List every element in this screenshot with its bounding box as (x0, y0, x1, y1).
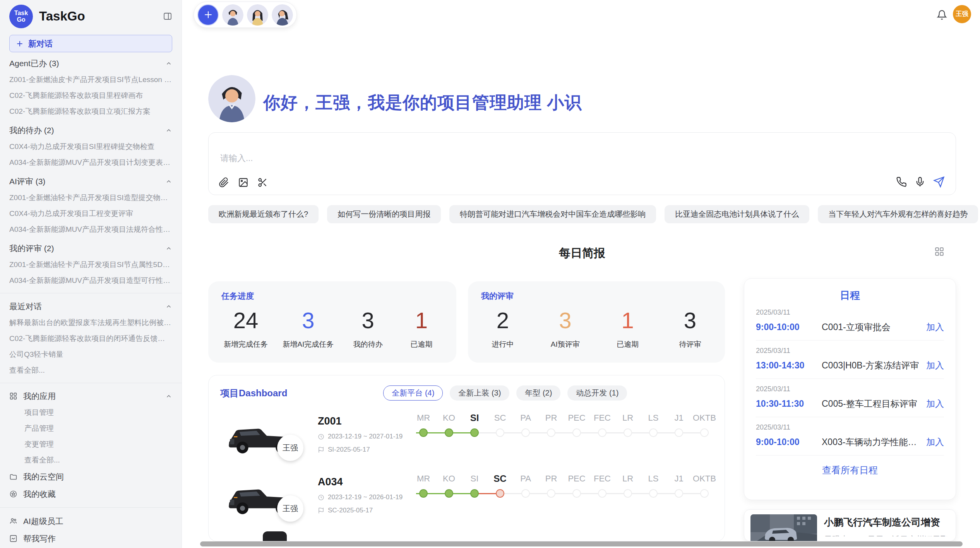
sidebar-task-item[interactable]: Z001-全新燃油轻卡产品开发项目SI节点属性5D文件评审 (9, 257, 172, 272)
project-owner-badge: 王强 (277, 435, 303, 461)
new-chat-button[interactable]: 新对话 (9, 35, 172, 52)
scissors-icon[interactable] (257, 177, 268, 188)
chat-input[interactable] (219, 153, 685, 164)
sidebar-task-item[interactable]: A034-全新新能源MUV产品开发项目造型可行性评审 (9, 272, 172, 288)
microphone-icon[interactable] (915, 176, 925, 187)
milestone-node[interactable] (470, 428, 479, 437)
milestone-node[interactable] (700, 489, 709, 498)
tab-powertrain[interactable]: 动总开发 (1) (567, 385, 627, 401)
collapse-sidebar-icon[interactable] (163, 12, 172, 21)
milestone-node[interactable] (521, 428, 530, 437)
sidebar-task-item[interactable]: A034-全新新能源MUV产品开发项目计划变更表编写 (9, 154, 172, 170)
news-card[interactable]: 小鹏飞行汽车制造公司增资 天眼查 App 显示，近日广州汇天飞行汽... (744, 509, 956, 541)
app-item-product-mgmt[interactable]: 产品管理 (9, 420, 172, 436)
section-recent-chats[interactable]: 最近对话 (9, 298, 172, 315)
avatar[interactable] (222, 4, 243, 26)
sidebar-item-help-me-write[interactable]: 帮我写作 (9, 530, 172, 547)
sidebar-task-item[interactable]: A034-全新新能源MUV产品开发项目法规符合性评审 (9, 221, 172, 237)
milestone-node[interactable] (598, 428, 607, 437)
project-row[interactable]: 王强 A034 2023-12-19 ~ 2026-01-19 SC-2025-… (222, 471, 718, 522)
sidebar-task-item[interactable]: Z001-全新燃油轻卡产品开发项目SI造型提交物评审 (9, 190, 172, 206)
add-contact-button[interactable] (197, 4, 219, 26)
milestone-node[interactable] (521, 489, 530, 498)
sidebar-task-item[interactable]: C0X4-动力总成开发项目工程变更评审 (9, 206, 172, 221)
milestone-node[interactable] (445, 428, 453, 437)
sidebar-item-favorites[interactable]: 我的收藏 (9, 485, 172, 503)
project-row[interactable]: 王强 Z001 2023-12-19 ~ 2027-01-19 SI-2025-… (222, 410, 718, 461)
send-icon[interactable] (933, 176, 945, 188)
recent-chat-item[interactable]: C02-飞腾新能源轻客改款项目的闭环通告反馈情况 (9, 331, 172, 346)
join-meeting-link[interactable]: 加入 (926, 436, 944, 448)
horizontal-scrollbar[interactable] (200, 541, 963, 546)
join-meeting-link[interactable]: 加入 (926, 398, 944, 410)
project-row[interactable] (222, 531, 718, 541)
image-icon[interactable] (238, 177, 248, 188)
milestone-node[interactable] (470, 489, 479, 498)
sidebar-item-cloud-space[interactable]: 我的云空间 (9, 468, 172, 485)
section-ai-review[interactable]: AI评审 (3) (9, 173, 172, 190)
milestone-node[interactable] (547, 489, 555, 498)
milestone-node[interactable] (700, 428, 709, 437)
milestone-node[interactable] (624, 489, 632, 498)
app-item-project-mgmt[interactable]: 项目管理 (9, 404, 172, 420)
suggestion-chip[interactable]: 欧洲新规最近颁布了什么? (208, 205, 319, 223)
view-all-chats-link[interactable]: 查看全部... (9, 362, 172, 378)
suggestion-chip[interactable]: 特朗普可能对进口汽车增税会对中国车企造成哪些影响 (449, 205, 656, 223)
schedule-item[interactable]: 2025/03/11 9:00-10:00 C001-立项审批会 加入 (756, 302, 944, 341)
chevron-up-icon[interactable] (165, 127, 172, 134)
chevron-up-icon[interactable] (165, 245, 172, 252)
chevron-up-icon[interactable] (165, 60, 172, 67)
avatar[interactable] (272, 4, 293, 26)
phone-call-icon[interactable] (896, 176, 907, 187)
milestone-node[interactable] (649, 428, 658, 437)
schedule-item[interactable]: 2025/03/11 9:00-10:00 X003-车辆动力学性能验... 加… (756, 417, 944, 456)
milestone-node[interactable] (496, 428, 504, 437)
milestone-node[interactable] (572, 489, 581, 498)
suggestion-chip[interactable]: 如何写一份清晰的项目周报 (327, 205, 441, 223)
sidebar-task-item[interactable]: C02-飞腾新能源轻客改款项目里程碑画布 (9, 87, 172, 103)
milestone-node[interactable] (675, 489, 683, 498)
milestone-node[interactable] (419, 428, 428, 437)
schedule-item[interactable]: 2025/03/11 13:00-14:30 C003|H0B-方案冻结评审 加… (756, 341, 944, 379)
milestone-node[interactable] (445, 489, 453, 498)
recent-chat-item[interactable]: 公司Q3轻卡销量 (9, 346, 172, 362)
section-my-apps[interactable]: 我的应用 (9, 388, 172, 404)
avatar[interactable] (247, 4, 268, 26)
tab-year-model[interactable]: 年型 (2) (516, 385, 560, 401)
view-all-apps-link[interactable]: 查看全部... (9, 452, 172, 468)
app-root: Task Go TaskGo 新对话 Agent已办 (3) Z001-全新燃油… (0, 0, 980, 548)
sidebar-item-ai-super-staff[interactable]: AI超级员工 (9, 512, 172, 530)
milestone-node[interactable] (419, 489, 428, 498)
milestone-node[interactable] (624, 428, 632, 437)
milestone-node[interactable] (496, 489, 504, 498)
join-meeting-link[interactable]: 加入 (926, 321, 944, 333)
view-all-schedule-link[interactable]: 查看所有日程 (756, 464, 944, 476)
tab-new-platform[interactable]: 全新平台 (4) (383, 385, 443, 401)
suggestion-chip[interactable]: 当下年轻人对汽车外观有怎样的喜好趋势 (818, 205, 978, 223)
schedule-time: 13:00-14:30 (756, 360, 822, 371)
schedule-item[interactable]: 2025/03/11 10:30-11:30 C005-整车工程目标评审 加入 (756, 379, 944, 417)
app-item-change-mgmt[interactable]: 变更管理 (9, 436, 172, 452)
milestone-node[interactable] (598, 489, 607, 498)
sidebar-task-item[interactable]: C0X4-动力总成开发项目SI里程碑提交物检查 (9, 139, 172, 154)
sidebar-task-item[interactable]: C02-飞腾新能源轻客改款项目立项汇报方案 (9, 103, 172, 119)
section-my-review[interactable]: 我的评审 (2) (9, 240, 172, 257)
milestone-node[interactable] (547, 428, 555, 437)
attachment-icon[interactable] (219, 177, 229, 188)
suggestion-chip[interactable]: 比亚迪全固态电池计划具体说了什么 (665, 205, 809, 223)
join-meeting-link[interactable]: 加入 (926, 360, 944, 372)
chevron-up-icon[interactable] (165, 178, 172, 185)
sidebar-task-item[interactable]: Z001-全新燃油皮卡产品开发项目SI节点Lesson Learn报告 (9, 72, 172, 87)
chevron-up-icon[interactable] (165, 393, 172, 400)
recent-chat-item[interactable]: 解释最新出台的欧盟报废车法规再生塑料比例被调至15%... (9, 315, 172, 331)
user-avatar[interactable]: 王强 (953, 5, 971, 23)
chevron-up-icon[interactable] (165, 303, 172, 310)
section-my-todo[interactable]: 我的待办 (2) (9, 122, 172, 139)
tab-new-body[interactable]: 全新上装 (3) (450, 385, 509, 401)
layout-grid-icon[interactable] (934, 247, 944, 257)
section-agent-done[interactable]: Agent已办 (3) (9, 55, 172, 72)
notification-bell-icon[interactable] (937, 10, 947, 20)
milestone-node[interactable] (572, 428, 581, 437)
milestone-node[interactable] (675, 428, 683, 437)
milestone-node[interactable] (649, 489, 658, 498)
